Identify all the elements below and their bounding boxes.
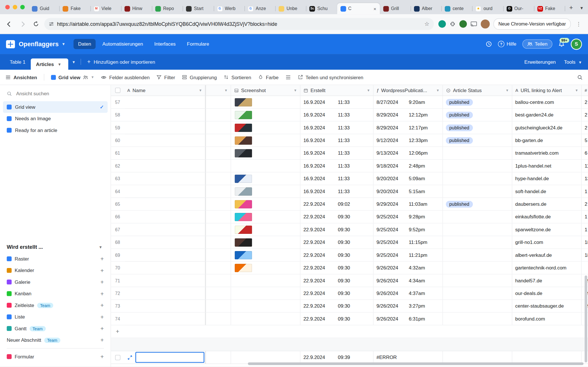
create-item-neuer-abschnitt[interactable]: Neuer AbschnittTeam+: [3, 334, 107, 346]
new-record-row[interactable]: 22.9.2024 09:39 #ERROR: [111, 351, 588, 364]
cell-screenshot[interactable]: [231, 287, 301, 299]
cell-attachment[interactable]: [206, 198, 231, 210]
plus-icon[interactable]: +: [100, 279, 104, 285]
cell-status[interactable]: [443, 274, 512, 287]
base-name[interactable]: Openflaggers: [19, 40, 59, 48]
table-row[interactable]: 6216.9.202411:339/18/20242:48pm1plus-han…: [111, 160, 588, 172]
cell-attachment[interactable]: [206, 147, 231, 159]
cell-status[interactable]: [443, 211, 512, 223]
cell-screenshot[interactable]: [231, 96, 301, 108]
cell-wordpress[interactable]: 9/20/20245:09am: [374, 172, 443, 185]
cell-status[interactable]: [443, 312, 512, 325]
create-item-gantt[interactable]: GanttTeam+: [3, 323, 107, 334]
cell-created[interactable]: 22.9.202409:30: [300, 262, 374, 274]
cell-screenshot[interactable]: [231, 121, 301, 134]
cell-screenshot[interactable]: [231, 236, 301, 248]
share-sync-button[interactable]: Teilen und synchronisieren: [298, 74, 363, 80]
name-input-focused[interactable]: [136, 352, 204, 363]
screenshot-thumbnail[interactable]: [235, 213, 252, 221]
cell-created[interactable]: 16.9.202411:33: [300, 134, 374, 147]
screenshot-thumbnail[interactable]: [235, 251, 252, 259]
cell-name[interactable]: [124, 109, 205, 121]
browser-tab[interactable]: ScSchu: [306, 3, 337, 14]
screenshot-thumbnail[interactable]: [235, 226, 252, 234]
cell-created[interactable]: 22.9.202409:30: [300, 249, 374, 261]
close-window-button[interactable]: [5, 5, 10, 9]
cell-wordpress[interactable]: 8/27/20249:20am: [374, 96, 443, 108]
cell-attachment[interactable]: [206, 109, 231, 121]
cell-url[interactable]: bb-garten.de: [512, 134, 582, 147]
cell-name[interactable]: [124, 312, 205, 325]
views-menu-button[interactable]: Ansichten: [5, 74, 37, 80]
cell-last[interactable]: 6: [582, 147, 588, 159]
cell-name[interactable]: [124, 134, 205, 147]
address-bar[interactable]: https://airtable.com/appa3i7uwxquuz82n/t…: [44, 18, 434, 30]
cell-created[interactable]: 16.9.202411:33: [300, 147, 374, 159]
cell-last[interactable]: 2: [582, 96, 588, 108]
table-row[interactable]: 7222.9.202409:309/26/20244:37amour-deals…: [111, 287, 588, 300]
cell-created[interactable]: 16.9.202411:33: [300, 109, 374, 121]
cell-url[interactable]: best-garden24.de: [512, 109, 582, 121]
row-number[interactable]: 60: [111, 134, 124, 147]
expand-record-icon[interactable]: [127, 355, 132, 360]
sidebar-view-item[interactable]: Ready for an article: [3, 125, 107, 136]
row-height-button[interactable]: [285, 74, 291, 80]
cell-attachment[interactable]: [206, 300, 231, 312]
cell-wordpress[interactable]: 9/12/202412:33pm: [374, 134, 443, 147]
tab-search-icon[interactable]: ▼: [577, 3, 586, 13]
cell-last[interactable]: 13: [582, 172, 588, 185]
tab-close-icon[interactable]: ×: [374, 6, 376, 11]
chevron-down-icon[interactable]: ▼: [506, 88, 509, 92]
cell-url[interactable]: hype-handel.de: [512, 172, 582, 185]
cell-url[interactable]: [512, 351, 582, 364]
cell-screenshot[interactable]: [231, 300, 301, 312]
row-number[interactable]: 67: [111, 223, 124, 236]
cell-status[interactable]: published: [443, 134, 512, 147]
group-button[interactable]: Gruppierung: [182, 74, 217, 80]
cell-url[interactable]: einkaufsflotte.de: [512, 211, 582, 223]
browser-tab[interactable]: cente: [441, 3, 472, 14]
url-text[interactable]: https://airtable.com/appa3i7uwxquuz82n/t…: [57, 21, 421, 27]
column-header-screenshot[interactable]: Screenshot ▼: [231, 85, 301, 96]
row-number[interactable]: 61: [111, 147, 124, 159]
new-tab-button[interactable]: +: [566, 3, 576, 13]
plus-icon[interactable]: +: [100, 326, 104, 332]
row-number[interactable]: 71: [111, 274, 124, 287]
cell-status[interactable]: published: [443, 121, 512, 134]
cell-attachment[interactable]: [206, 351, 231, 364]
cell-status[interactable]: [443, 223, 512, 236]
browser-tab[interactable]: Repo: [152, 3, 183, 14]
chrome-update-chip[interactable]: Neue Chrome-Version verfügbar: [494, 18, 571, 30]
cell-wordpress[interactable]: 9/25/202411:21pm: [374, 249, 443, 261]
nav-tab-daten[interactable]: Daten: [74, 39, 96, 49]
table-row[interactable]: 6822.9.202409:309/25/202411:15pmgrill-no…: [111, 236, 588, 249]
cell-created[interactable]: 22.9.202409:30: [300, 274, 374, 287]
cell-status[interactable]: [443, 172, 512, 185]
cell-attachment[interactable]: [206, 249, 231, 261]
cell-attachment[interactable]: [206, 96, 231, 108]
cell-screenshot[interactable]: [231, 185, 301, 197]
table-row[interactable]: 7022.9.202409:309/26/20244:32amgartentec…: [111, 262, 588, 274]
cell-wordpress[interactable]: 9/26/20244:34am: [374, 274, 443, 287]
cell-screenshot[interactable]: [231, 198, 301, 210]
browser-tab[interactable]: OOur-: [503, 3, 534, 14]
cell-attachment[interactable]: [206, 160, 231, 172]
view-search-input[interactable]: [16, 90, 104, 97]
add-or-import-button[interactable]: + Hinzufügen oder importieren: [83, 59, 160, 65]
cell-attachment[interactable]: [206, 223, 231, 236]
chevron-down-icon[interactable]: ▼: [436, 88, 440, 92]
extension-globe-icon[interactable]: [438, 20, 446, 28]
row-number[interactable]: 58: [111, 109, 124, 121]
cell-url[interactable]: handel57.de: [512, 274, 582, 287]
cell-status[interactable]: [443, 160, 512, 172]
cell-wordpress[interactable]: 9/25/202411:15pm: [374, 236, 443, 248]
row-number[interactable]: 64: [111, 185, 124, 197]
row-number[interactable]: 72: [111, 287, 124, 299]
cell-name[interactable]: [124, 147, 205, 159]
cell-wordpress[interactable]: 9/26/20244:37am: [374, 287, 443, 299]
help-button[interactable]: ? Hilfe: [498, 41, 517, 47]
cell-last[interactable]: 5: [582, 134, 588, 147]
browser-tab[interactable]: Start: [183, 3, 213, 14]
chevron-down-icon[interactable]: ▼: [62, 42, 65, 46]
screenshot-thumbnail[interactable]: [235, 238, 252, 246]
